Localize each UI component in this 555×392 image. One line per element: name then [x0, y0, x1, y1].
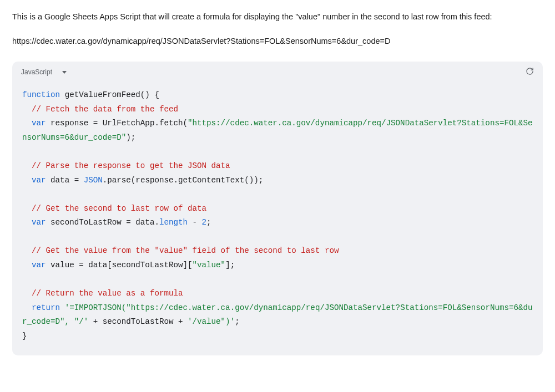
intro-text: This is a Google Sheets Apps Script that… — [12, 11, 543, 47]
codeblock-header: JavaScript — [12, 62, 543, 80]
refresh-icon[interactable] — [526, 67, 534, 77]
language-label: JavaScript — [21, 68, 52, 76]
code-block: JavaScript function getValueFromFeed() {… — [12, 62, 543, 355]
intro-description: This is a Google Sheets Apps Script that… — [12, 11, 543, 23]
feed-url[interactable]: https://cdec.water.ca.gov/dynamicapp/req… — [12, 37, 390, 45]
code-content: function getValueFromFeed() { // Fetch t… — [12, 80, 543, 355]
language-selector[interactable]: JavaScript — [21, 68, 67, 76]
chevron-down-icon — [62, 71, 67, 74]
